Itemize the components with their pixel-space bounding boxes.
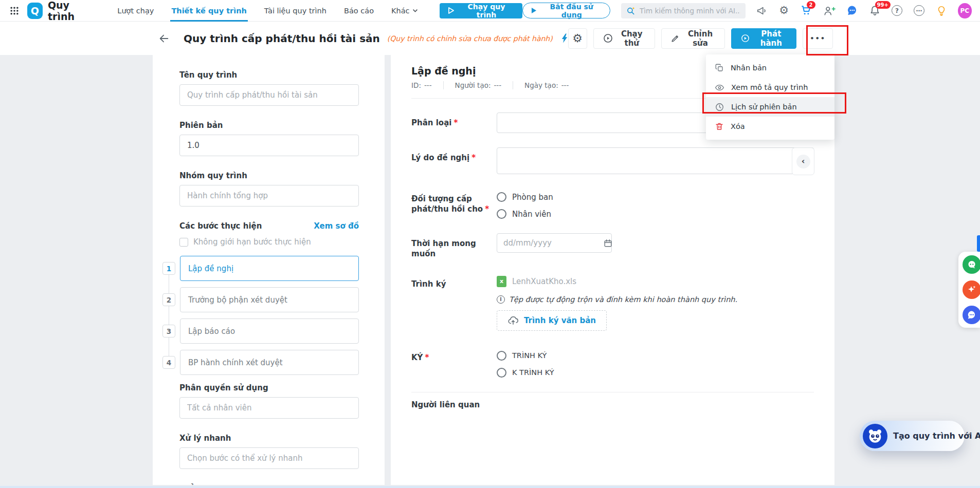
bell-icon[interactable]: 99+ — [869, 5, 881, 17]
radio-icon[interactable] — [497, 192, 506, 202]
chevron-down-icon — [412, 9, 418, 13]
main-nav: Lượt chạy Thiết kế quy trình Tài liệu qu… — [117, 0, 418, 22]
radio-trinh-ky[interactable]: TRÌNH KÝ — [497, 351, 554, 361]
checkbox-icon[interactable] — [179, 238, 188, 247]
radio-k-trinh-ky[interactable]: K TRÌNH KÝ — [497, 368, 554, 378]
steps-label: Các bước thực hiện — [179, 221, 262, 231]
publish-button[interactable]: Phát hành — [731, 28, 796, 49]
page-header: Quy trình cấp phát/thu hồi tài sản (Quy … — [0, 22, 980, 55]
avatar[interactable]: PC — [958, 3, 972, 18]
step-item-truong-bo-phan[interactable]: Trưởng bộ phận xét duyệt — [180, 287, 359, 312]
deadline-label: Thời hạn mong muốn — [411, 233, 497, 259]
live-chat-icon[interactable] — [963, 306, 980, 324]
nav-item-luot-chay[interactable]: Lượt chạy — [117, 0, 154, 22]
radio-icon[interactable] — [497, 351, 506, 361]
attached-file-name[interactable]: LenhXuatKho.xls — [512, 277, 576, 286]
sign-note-text: Tệp được tự động trộn và đính kèm khi ho… — [509, 295, 737, 304]
play-circle-icon — [603, 33, 613, 44]
category-label: Phân loại* — [411, 112, 497, 133]
menu-item-duplicate[interactable]: Nhân bản — [706, 58, 834, 78]
date-input[interactable] — [503, 238, 603, 248]
menu-item-delete[interactable]: Xóa — [706, 117, 834, 136]
version-input[interactable] — [179, 135, 359, 156]
ava-panda-icon — [863, 424, 887, 448]
start-using-button[interactable]: Bắt đầu sử dụng — [522, 3, 610, 18]
step-number: 4 — [162, 356, 175, 369]
step-row-4: 4 BP hành chính xét duyệt — [162, 350, 359, 375]
menu-item-view-description[interactable]: Xem mô tả quy trình — [706, 78, 834, 97]
chatbot-icon[interactable] — [963, 255, 980, 274]
create-process-with-ava-button[interactable]: Tạo quy trình với AVA — [860, 421, 965, 451]
more-actions-button[interactable]: ••• — [803, 28, 833, 49]
test-run-button[interactable]: Chạy thử — [593, 28, 655, 49]
info-icon: i — [497, 295, 505, 304]
cart-badge: 2 — [807, 1, 815, 9]
back-arrow-icon[interactable] — [157, 31, 171, 46]
unpublished-notice: (Quy trình có chỉnh sửa chưa được phát h… — [387, 34, 553, 43]
ai-search-box[interactable] — [621, 3, 746, 18]
play-outline-icon — [448, 7, 455, 14]
page-title: Quy trình cấp phát/thu hồi tài sản — [184, 32, 380, 45]
bell-badge: 99+ — [875, 1, 891, 9]
excel-file-icon: x — [497, 276, 506, 287]
meta-creator: Người tạo:--- — [455, 81, 514, 89]
app-grid-icon[interactable] — [8, 4, 21, 17]
nav-item-tai-lieu-quy-trinh[interactable]: Tài liệu quy trình — [264, 0, 326, 22]
megaphone-icon[interactable] — [756, 5, 768, 17]
lightning-icon — [561, 33, 568, 43]
steps-list: 1 Lập đề nghị 2 Trưởng bộ phận xét duyệt… — [179, 256, 359, 375]
reason-textarea[interactable]: ‹ — [497, 147, 814, 174]
collapsed-side-tab[interactable] — [977, 235, 980, 252]
unlimited-steps-label: Không giới hạn bước thực hiện — [193, 237, 311, 247]
related-people-label: Người liên quan — [411, 400, 814, 409]
calendar-icon[interactable] — [603, 238, 613, 248]
divider — [411, 392, 814, 392]
collapse-panel-button[interactable]: ‹ — [792, 147, 814, 175]
nav-item-khac[interactable]: Khác — [391, 0, 418, 22]
process-group-input[interactable] — [179, 185, 359, 207]
menu-item-version-history[interactable]: Lịch sử phiên bản — [706, 97, 834, 117]
chat-icon[interactable] — [846, 5, 858, 17]
help-icon[interactable]: ? — [892, 5, 903, 17]
upload-sign-document-button[interactable]: Trình ký văn bản — [497, 310, 607, 331]
step-item-lap-bao-cao[interactable]: Lập báo cáo — [180, 318, 359, 344]
gear-icon[interactable]: ⚙ — [778, 5, 790, 17]
target-label: Đối tượng cấp phát/thu hồi cho* — [411, 189, 497, 219]
permission-input[interactable] — [179, 397, 359, 419]
nav-item-bao-cao[interactable]: Báo cáo — [344, 0, 374, 22]
deadline-date-input[interactable] — [497, 233, 612, 253]
ai-search-input[interactable] — [640, 7, 740, 15]
process-name-label: Tên quy trình — [179, 70, 359, 80]
add-user-icon[interactable] — [823, 5, 836, 17]
view-diagram-link[interactable]: Xem sơ đồ — [314, 221, 359, 231]
process-settings-sidebar: Tên quy trình Phiên bản Nhóm quy trình C… — [153, 55, 385, 485]
gear-icon: ⚙ — [572, 33, 583, 44]
trash-icon — [715, 122, 724, 131]
quick-process-input[interactable] — [179, 447, 359, 469]
ky-label: KÝ* — [411, 347, 497, 378]
run-process-button[interactable]: Chạy quy trình — [440, 3, 523, 18]
more-apps-icon[interactable]: ⋯ — [914, 5, 925, 17]
radio-nhan-vien[interactable]: Nhân viên — [497, 209, 553, 219]
ai-sparkle-icon[interactable] — [963, 280, 980, 299]
step-row-3: 3 Lập báo cáo — [162, 318, 359, 344]
play-filled-icon — [531, 7, 537, 14]
bottom-edge-strip — [0, 486, 980, 488]
step-item-lap-de-nghi[interactable]: Lập đề nghị — [180, 256, 359, 281]
cart-icon[interactable]: 2 — [801, 5, 812, 17]
radio-icon[interactable] — [497, 209, 506, 219]
app-logo[interactable]: Q — [27, 3, 43, 19]
process-name-input[interactable] — [179, 84, 359, 106]
support-dock — [958, 252, 980, 328]
settings-button[interactable]: ⚙ — [568, 28, 587, 49]
icon-label: Biểu tượng — [179, 484, 359, 485]
radio-icon[interactable] — [497, 368, 506, 378]
unlimited-steps-checkbox-row[interactable]: Không giới hạn bước thực hiện — [179, 237, 359, 247]
nav-item-thiet-ke-quy-trinh[interactable]: Thiết kế quy trình — [171, 0, 246, 22]
radio-phong-ban[interactable]: Phòng ban — [497, 192, 553, 202]
lamp-icon[interactable] — [936, 5, 947, 17]
chevron-left-icon: ‹ — [796, 155, 810, 168]
clock-icon — [715, 102, 724, 112]
edit-button[interactable]: Chỉnh sửa — [661, 28, 725, 49]
step-item-bp-hanh-chinh[interactable]: BP hành chính xét duyệt — [180, 350, 359, 375]
